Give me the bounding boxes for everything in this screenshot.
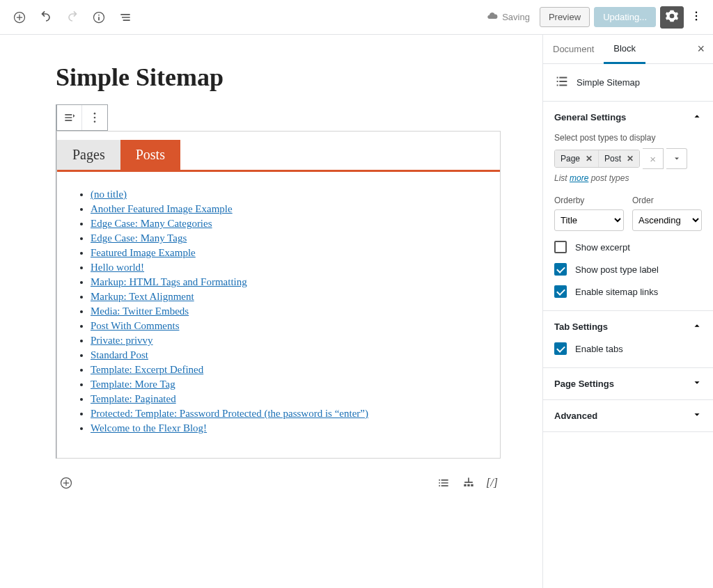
post-link[interactable]: Markup: HTML Tags and Formatting [91,276,247,287]
info-button[interactable] [88,6,110,29]
post-link[interactable]: Another Featured Image Example [91,203,233,214]
panel-general-body: Select post types to display Page ✕ Post… [543,133,713,310]
post-type-dropdown-toggle[interactable] [666,148,687,169]
post-link[interactable]: Post With Comments [91,320,179,331]
post-list: (no title) Another Featured Image Exampl… [57,172,500,458]
clear-chips-button[interactable]: × [643,148,664,169]
list-item: Protected: Template: Password Protected … [91,408,479,420]
list-item: Edge Case: Many Categories [91,218,479,230]
post-link[interactable]: Welcome to the Flexr Blog! [91,422,207,434]
show-post-type-label-label: Show post type label [575,264,659,275]
list-item: Another Featured Image Example [91,203,479,215]
panel-general-head[interactable]: General Settings [543,102,713,133]
shortcode-indicator[interactable]: [/] [486,477,498,489]
editor-canvas: Simple Sitemap Pages Posts (no tit [0,35,542,588]
add-block-button[interactable] [8,6,31,29]
add-block-footer-button[interactable] [58,475,74,491]
more-options-button[interactable] [688,6,705,29]
order-select[interactable]: Ascending [632,209,702,231]
select-post-types-label: Select post types to display [554,133,702,143]
post-link[interactable]: Private: privvy [91,335,153,346]
chevron-down-icon [692,410,702,422]
outline-button[interactable] [114,6,136,29]
orderby-label: Orderby [554,196,624,205]
tab-pages[interactable]: Pages [57,140,120,170]
sitemap-block[interactable]: Pages Posts (no title) Another Featured … [56,131,501,459]
panel-title: Page Settings [554,379,614,389]
list-item: Welcome to the Flexr Blog! [91,422,479,434]
svg-point-4 [696,15,697,17]
post-link[interactable]: Media: Twitter Embeds [91,305,189,317]
svg-point-3 [696,12,697,13]
remove-chip-button[interactable]: ✕ [586,154,593,164]
enable-tabs-checkbox[interactable] [554,342,567,355]
footer-left [58,475,74,491]
orderby-select[interactable]: Title [554,209,624,231]
tab-block[interactable]: Block [604,35,645,64]
post-link[interactable]: Template: Excerpt Defined [91,364,203,375]
settings-button[interactable] [660,6,684,29]
chevron-down-icon [692,378,702,390]
enable-links-row: Enable sitemap links [554,285,702,298]
block-more-button[interactable] [82,105,107,130]
post-link[interactable]: Markup: Text Alignment [91,291,194,302]
block-type-button[interactable] [57,105,82,130]
list-item: Markup: HTML Tags and Formatting [91,276,479,288]
post-link[interactable]: Featured Image Example [91,247,196,258]
svg-point-2 [98,14,100,15]
panel-advanced: Advanced [543,400,713,432]
post-link[interactable]: Standard Post [91,349,148,360]
sidebar-tabs: Document Block × [543,35,713,64]
post-link[interactable]: (no title) [91,189,127,200]
list-item: Hello world! [91,262,479,273]
list-item: Post With Comments [91,320,479,332]
panel-title: Advanced [554,411,597,421]
sitemap-block-icon [554,74,570,91]
post-link[interactable]: Template: Paginated [91,393,176,404]
remove-chip-button[interactable]: ✕ [627,154,634,164]
order-group: Order Ascending [632,196,702,231]
chip-label: Post [604,154,621,164]
svg-point-6 [94,113,96,115]
show-excerpt-checkbox[interactable] [554,241,567,253]
redo-button[interactable] [61,6,84,29]
list-item: Media: Twitter Embeds [91,305,479,317]
undo-button[interactable] [35,6,57,29]
post-types-hint: List more post types [554,173,702,183]
block-nav-icon[interactable] [461,475,476,491]
panel-title: Tab Settings [554,321,608,332]
panel-tabsettings-body: Enable tabs [543,342,713,367]
list-item: Template: More Tag [91,379,479,390]
svg-point-7 [94,117,96,119]
post-link[interactable]: Template: More Tag [91,379,175,390]
list-view-icon[interactable] [436,475,451,491]
panel-page-settings-head[interactable]: Page Settings [543,368,713,399]
more-link[interactable]: more [570,173,588,183]
list-item: Markup: Text Alignment [91,291,479,303]
more-vert-icon [690,10,703,24]
cloud-icon [487,10,498,24]
chip-page: Page ✕ [555,150,599,167]
page-title[interactable]: Simple Sitemap [56,63,501,92]
panel-advanced-head[interactable]: Advanced [543,400,713,431]
post-link[interactable]: Protected: Template: Password Protected … [91,408,368,419]
block-toolbar [56,104,108,131]
tab-posts[interactable]: Posts [120,140,180,170]
footer-right: [/] [436,475,498,491]
show-post-type-label-checkbox[interactable] [554,263,567,276]
enable-tabs-row: Enable tabs [554,342,702,355]
post-link[interactable]: Edge Case: Many Categories [91,218,212,229]
post-link[interactable]: Hello world! [91,262,144,273]
panel-title: General Settings [554,112,626,122]
enable-links-checkbox[interactable] [554,285,567,298]
panel-tabsettings-head[interactable]: Tab Settings [543,311,713,342]
tab-document[interactable]: Document [543,35,604,63]
list-item: Edge Case: Many Tags [91,232,479,244]
preview-button[interactable]: Preview [540,7,590,27]
post-link[interactable]: Edge Case: Many Tags [91,232,187,244]
panel-general-settings: General Settings Select post types to di… [543,102,713,311]
list-item: Template: Excerpt Defined [91,364,479,376]
enable-tabs-label: Enable tabs [575,344,623,354]
close-sidebar-button[interactable]: × [689,42,713,56]
block-name: Simple Sitemap [577,77,640,88]
